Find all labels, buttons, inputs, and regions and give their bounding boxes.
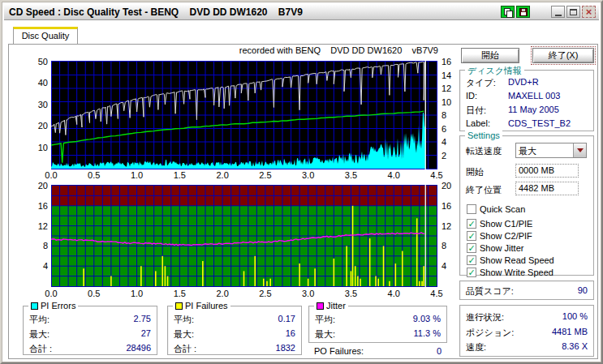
- axis-tick-label: 0.5: [84, 170, 104, 180]
- exit-button[interactable]: 終了(X): [532, 48, 594, 63]
- axis-tick-label: 20: [441, 181, 461, 191]
- axis-tick-label: 16: [441, 57, 461, 66]
- pi-errors-speed-chart: [51, 61, 437, 169]
- copy-document-icon: [504, 8, 511, 16]
- axis-tick-label: 1.0: [127, 289, 147, 298]
- tab-disc-quality[interactable]: Disc Quality: [13, 27, 78, 44]
- quality-score-group: 品質スコア:90: [459, 280, 594, 300]
- start-pos-label: 開始: [466, 166, 484, 178]
- axis-tick-label: 40: [24, 78, 48, 88]
- progress-group: 進行状況:100 % ポジション:4481 MB 速度:8.36 X: [459, 305, 594, 357]
- checkbox-box[interactable]: ✓: [467, 268, 476, 277]
- total-label: 合計 :: [174, 343, 196, 354]
- minimize-button[interactable]: [551, 6, 565, 18]
- checkbox-quick-scan[interactable]: Quick Scan: [467, 203, 525, 215]
- progress-value: 100 %: [562, 311, 588, 323]
- axis-tick-label: 12: [441, 221, 461, 231]
- total-value: 1832: [276, 343, 295, 354]
- recorded-with-caption: recorded with BENQ DVD DD DW1620 vB7V9: [9, 45, 438, 55]
- axis-tick-label: 30: [24, 100, 48, 109]
- checkbox-box[interactable]: ✓: [467, 243, 476, 253]
- checkbox-box[interactable]: [467, 204, 476, 214]
- axis-tick-label: 0.0: [41, 289, 61, 298]
- titlebar-buttons: ×: [501, 6, 599, 18]
- checkbox-show-c2-pif[interactable]: ✓Show C2/PIF: [467, 230, 532, 242]
- titlebar: CD Speed : Disc Quality Test - BENQ DVD …: [4, 4, 599, 20]
- max-value: 16: [286, 328, 295, 340]
- axis-tick-label: 4.0: [384, 289, 403, 298]
- axis-tick-label: 16: [24, 201, 48, 211]
- pi-failures-group: PI Failures 平均:0.17 最大:16 合計 :1832: [167, 306, 302, 355]
- axis-tick-label: 0.0: [41, 170, 61, 180]
- axis-tick-label: 4.5: [427, 170, 446, 180]
- speed-select[interactable]: 最大: [515, 143, 587, 158]
- start-position-input[interactable]: 0000 MB: [515, 164, 579, 178]
- max-value: 27: [141, 328, 151, 340]
- axis-tick-label: 2.0: [213, 170, 232, 180]
- date-value: 11 May 2005: [508, 105, 559, 114]
- window-title: CD Speed : Disc Quality Test - BENQ DVD …: [4, 6, 501, 18]
- checkbox-label: Show C2/PIF: [480, 231, 532, 241]
- axis-tick-label: 4: [24, 261, 48, 271]
- avg-label: 平均:: [29, 314, 50, 325]
- pi-errors-legend-swatch: [31, 302, 38, 310]
- copy-button[interactable]: [501, 6, 515, 18]
- axis-tick-label: 1.5: [170, 289, 189, 298]
- max-label: 最大:: [315, 328, 335, 340]
- speed-label: 転送速度: [466, 145, 502, 156]
- checkbox-box[interactable]: ✓: [467, 255, 476, 265]
- disc-info-group: ディスク情報 タイプ:DVD+R ID:MAXELL 003 日付:11 May…: [459, 70, 594, 131]
- axis-tick-label: 2.0: [213, 289, 232, 298]
- end-position-input[interactable]: 4482 MB: [515, 182, 579, 195]
- id-value: MAXELL 003: [508, 91, 560, 101]
- type-label: タイプ:: [466, 77, 496, 88]
- close-button[interactable]: ×: [582, 6, 596, 18]
- progress-label: 進行状況:: [466, 311, 504, 323]
- checkbox-label: Show Read Speed: [480, 255, 554, 265]
- speed-stat-value: 8.36 X: [562, 341, 588, 353]
- checkbox-box[interactable]: ✓: [467, 219, 476, 229]
- total-label: 合計 :: [29, 343, 52, 354]
- axis-tick-label: 4.5: [427, 289, 446, 298]
- save-icon: [519, 8, 528, 16]
- avg-value: 0.17: [278, 314, 295, 325]
- axis-tick-label: 10: [441, 97, 461, 107]
- po-failures-row: PO Failures: 0: [314, 346, 441, 358]
- avg-value: 2.75: [134, 314, 151, 325]
- maximize-icon: [570, 9, 577, 15]
- pi-errors-group: PI Errors 平均:2.75 最大:27 合計 :28496: [23, 306, 157, 355]
- id-label: ID:: [466, 91, 477, 102]
- dropdown-button[interactable]: [573, 143, 586, 157]
- speed-selected-value: 最大: [516, 143, 573, 157]
- type-value: DVD+R: [508, 77, 539, 87]
- pi-failures-legend-swatch: [175, 302, 183, 310]
- avg-value: 9.03 %: [413, 314, 441, 325]
- checkbox-show-read-speed[interactable]: ✓Show Read Speed: [467, 255, 554, 266]
- checkbox-show-jitter[interactable]: ✓Show Jitter: [467, 242, 523, 254]
- checkbox-label: Show Jitter: [480, 243, 523, 253]
- axis-tick-label: 4.0: [384, 170, 403, 180]
- axis-tick-label: 16: [441, 201, 461, 211]
- speed-stat-label: 速度:: [466, 341, 486, 353]
- quality-score-label: 品質スコア:: [466, 285, 514, 297]
- jitter-group: Jitter 平均:9.03 % 最大:11.3 %: [308, 306, 447, 343]
- save-button[interactable]: [516, 6, 530, 18]
- checkbox-show-write-speed[interactable]: ✓Show Write Speed: [467, 267, 553, 278]
- maximize-button[interactable]: [566, 6, 580, 18]
- checkbox-box[interactable]: ✓: [467, 231, 476, 241]
- po-failures-label: PO Failures:: [314, 346, 364, 358]
- start-button[interactable]: 開始: [461, 48, 519, 63]
- axis-tick-label: 2.5: [256, 170, 275, 180]
- disc-info-title: ディスク情報: [465, 65, 524, 77]
- axis-tick-label: 3.5: [341, 289, 360, 298]
- axis-tick-label: 10: [24, 143, 48, 152]
- axis-tick-label: 1.5: [170, 170, 189, 180]
- label-value: CDS_TEST_B2: [508, 118, 571, 128]
- chevron-down-icon: [577, 148, 584, 152]
- checkbox-label: Quick Scan: [480, 204, 525, 214]
- disc-quality-page: recorded with BENQ DVD DD DW1620 vB7V9 0…: [8, 44, 598, 359]
- max-value: 11.3 %: [414, 328, 441, 340]
- po-failures-value: 0: [437, 346, 441, 358]
- checkbox-show-c1-pie[interactable]: ✓Show C1/PIE: [467, 218, 532, 229]
- max-label: 最大:: [174, 328, 194, 340]
